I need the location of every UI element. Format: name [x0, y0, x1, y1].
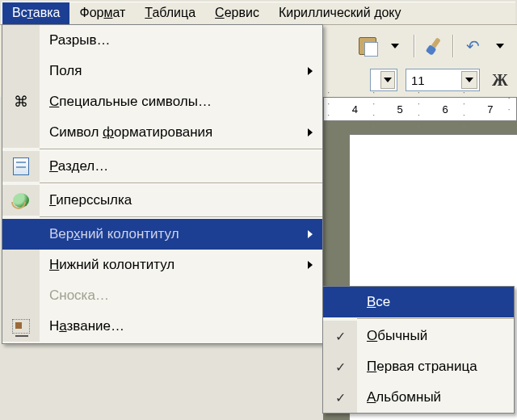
ruler-number: 5	[397, 103, 405, 116]
combo-value: 11	[411, 74, 425, 87]
submenu-arrow-icon	[308, 128, 313, 136]
menu-item-icon-slot	[2, 311, 40, 342]
caption-icon	[12, 319, 30, 334]
menu-item-icon-slot: ✓	[323, 382, 357, 413]
menu-separator	[40, 149, 322, 150]
submenu-item[interactable]: ✓Альбомный	[323, 382, 514, 413]
special-chars-icon: ⌘	[14, 93, 28, 111]
menu-item[interactable]: ⌘Специальные символы…	[2, 86, 322, 117]
paste-button[interactable]	[355, 34, 380, 58]
submenu-item[interactable]: Все	[323, 287, 514, 317]
menu-item-label: Нижний колонтитул	[40, 257, 308, 273]
toolbar-row-formatting: 11 Ж	[370, 66, 512, 94]
paste-dropdown[interactable]	[383, 34, 407, 58]
menu-item[interactable]: Название…	[2, 311, 322, 342]
menu-item[interactable]: Разрыв…	[2, 25, 322, 56]
menu-item-icon-slot	[2, 250, 40, 280]
menu-item-label: Специальные символы…	[40, 94, 322, 110]
submenu-arrow-icon	[308, 261, 313, 269]
section-icon	[13, 158, 29, 175]
menu-item[interactable]: Нижний колонтитул	[2, 250, 322, 280]
submenu-arrow-icon	[308, 230, 313, 238]
undo-icon: ↶	[466, 36, 480, 56]
chevron-down-icon	[384, 78, 392, 82]
menubar-item[interactable]: Таблица	[135, 2, 205, 24]
format-paintbrush-button[interactable]	[422, 34, 446, 58]
toolbar-row-standard: ↶	[355, 32, 512, 60]
menubar-item[interactable]: Кириллический доку	[269, 2, 411, 24]
bold-button[interactable]: Ж	[488, 68, 512, 92]
bold-glyph-icon: Ж	[492, 71, 508, 90]
menu-item-icon-slot	[2, 56, 40, 86]
undo-button[interactable]: ↶	[460, 34, 485, 58]
menu-separator	[40, 216, 322, 218]
menu-item-label: Разрыв…	[40, 32, 322, 48]
header-submenu: Все✓Обычный✓Первая страница✓Альбомный	[322, 286, 515, 414]
chevron-down-icon	[496, 44, 504, 48]
checkmark-icon: ✓	[335, 359, 346, 375]
chevron-down-icon	[391, 44, 399, 48]
menu-item-label: Сноска…	[40, 288, 322, 304]
menu-separator	[40, 183, 322, 184]
menu-item-label: Поля	[40, 63, 308, 79]
menu-item-icon-slot	[2, 280, 40, 311]
menu-item-label: Гиперссылка	[40, 192, 322, 208]
menubar-item[interactable]: Формат	[69, 2, 135, 24]
submenu-item-label: Все	[357, 294, 514, 310]
menu-item-icon-slot	[2, 219, 40, 250]
menu-item-icon-slot: ✓	[323, 321, 357, 351]
menubar: ВставкаФорматТаблицаСервисКириллический …	[2, 2, 515, 24]
menu-separator	[357, 318, 514, 320]
submenu-arrow-icon	[308, 67, 313, 75]
menu-item-icon-slot: ⌘	[2, 86, 40, 117]
menu-item-label: Название…	[40, 318, 322, 334]
menu-item[interactable]: Символ форматирования	[2, 117, 322, 148]
clipboard-paste-icon	[359, 37, 376, 55]
submenu-item-label: Альбомный	[357, 389, 514, 405]
toolbar-separator	[414, 35, 415, 57]
menu-item[interactable]: Сноска…	[2, 280, 322, 311]
checkmark-icon: ✓	[335, 329, 346, 344]
menubar-item[interactable]: Сервис	[205, 2, 269, 24]
menu-item-label: Символ форматирования	[40, 124, 308, 141]
menu-item-icon-slot	[323, 287, 357, 317]
menu-item-icon-slot	[2, 117, 40, 148]
menu-item-icon-slot	[2, 25, 40, 56]
menu-item[interactable]: Гиперссылка	[2, 185, 322, 216]
horizontal-ruler[interactable]: · · · ·4· · · ·5· · · ·6· · · ·7· · ·	[323, 97, 517, 121]
menu-item-icon-slot: ✓	[323, 351, 357, 382]
undo-dropdown[interactable]	[488, 34, 512, 58]
globe-icon	[13, 193, 29, 208]
checkmark-icon: ✓	[335, 390, 346, 405]
menu-item-icon-slot	[2, 151, 40, 182]
ruler-number: 7	[487, 103, 494, 116]
menu-item-icon-slot	[2, 185, 40, 216]
menu-item-label: Верхний колонтитул	[40, 226, 308, 242]
ruler-number: 6	[442, 103, 449, 116]
submenu-item-label: Обычный	[357, 328, 514, 344]
menu-item-label: Раздел…	[40, 158, 322, 174]
insert-menu-dropdown: Разрыв…Поля⌘Специальные символы…Символ ф…	[2, 24, 323, 344]
menu-item[interactable]: Верхний колонтитул	[2, 219, 322, 250]
menu-item[interactable]: Раздел…	[2, 151, 322, 182]
submenu-item[interactable]: ✓Обычный	[323, 321, 514, 351]
toolbar-separator	[452, 35, 454, 57]
submenu-item-label: Первая страница	[357, 359, 514, 375]
menu-item[interactable]: Поля	[2, 56, 322, 86]
menubar-item[interactable]: Вставка	[2, 2, 69, 24]
ruler-number: 4	[352, 103, 359, 116]
chevron-down-icon	[465, 78, 473, 82]
submenu-item[interactable]: ✓Первая страница	[323, 351, 514, 382]
paintbrush-icon	[426, 36, 443, 56]
